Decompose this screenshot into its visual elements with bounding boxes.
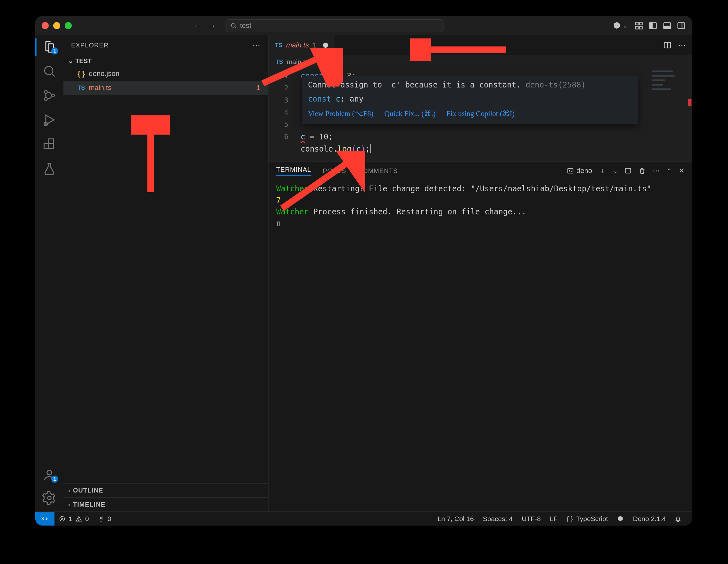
radio-tower-icon bbox=[98, 516, 104, 522]
panel-close-icon[interactable]: ✕ bbox=[679, 167, 684, 175]
svg-rect-3 bbox=[640, 22, 642, 25]
minimap[interactable] bbox=[652, 71, 690, 147]
language-mode[interactable]: { } TypeScript bbox=[562, 515, 612, 523]
sidebar-header: EXPLORER ⋯ bbox=[63, 35, 268, 55]
accounts-badge: 1 bbox=[51, 476, 58, 483]
tab-error-count: 1 bbox=[313, 41, 317, 49]
terminal-dropdown-icon[interactable]: ⌄ bbox=[613, 168, 617, 174]
terminal-icon bbox=[567, 167, 574, 174]
svg-rect-9 bbox=[664, 26, 671, 29]
split-terminal-icon[interactable] bbox=[625, 167, 632, 174]
activity-run-debug-icon[interactable] bbox=[42, 113, 56, 127]
activity-source-control-icon[interactable] bbox=[42, 88, 56, 103]
copilot-status[interactable] bbox=[612, 515, 628, 522]
breadcrumb-file: main.ts bbox=[287, 58, 309, 66]
sidebar-title: EXPLORER bbox=[71, 42, 109, 49]
window-close-button[interactable] bbox=[42, 22, 49, 29]
line-number: 4 bbox=[269, 106, 294, 119]
activity-search-icon[interactable] bbox=[42, 64, 56, 78]
terminal-output[interactable]: Watcher Restarting! File change detected… bbox=[269, 180, 692, 511]
svg-point-15 bbox=[44, 97, 47, 100]
ts-file-icon: TS bbox=[78, 85, 85, 91]
remote-button[interactable] bbox=[35, 512, 54, 526]
toggle-panel-icon[interactable] bbox=[663, 21, 672, 30]
fix-copilot-link[interactable]: Fix using Copilot (⌘I) bbox=[446, 108, 515, 120]
panel-more-icon[interactable]: ⋯ bbox=[653, 167, 660, 175]
nav-forward-icon[interactable]: → bbox=[208, 21, 216, 31]
ports-button[interactable]: 0 bbox=[93, 515, 116, 523]
split-editor-icon[interactable] bbox=[663, 41, 672, 49]
activity-extensions-icon[interactable] bbox=[42, 137, 56, 151]
hover-tooltip: Cannot assign to 'c' because it is a con… bbox=[302, 76, 638, 124]
timeline-section[interactable]: › TIMELINE bbox=[63, 497, 268, 511]
notifications-button[interactable] bbox=[670, 516, 686, 522]
chevron-right-icon: › bbox=[312, 58, 315, 66]
copilot-menu[interactable]: ⌄ bbox=[612, 21, 627, 30]
view-problem-link[interactable]: View Problem (⌥F8) bbox=[308, 108, 374, 120]
file-row-main-ts[interactable]: TS main.ts 1 bbox=[63, 81, 268, 95]
explorer-sidebar: EXPLORER ⋯ ⌄ TEST { } deno.json TS main.… bbox=[63, 35, 269, 511]
bell-icon bbox=[675, 516, 681, 522]
line-number: 6 bbox=[269, 131, 294, 143]
minimap-error-marker bbox=[688, 99, 691, 106]
problems-button[interactable]: 1 0 bbox=[54, 515, 93, 523]
search-icon bbox=[230, 22, 237, 29]
svg-point-22 bbox=[48, 496, 51, 500]
vscode-window: ← → test ⌄ 1 bbox=[35, 16, 692, 526]
new-terminal-icon[interactable]: ＋ bbox=[599, 166, 606, 176]
svg-point-16 bbox=[51, 94, 54, 97]
chevron-right-icon: › bbox=[68, 501, 70, 508]
eol[interactable]: LF bbox=[545, 515, 562, 523]
window-maximize-button[interactable] bbox=[65, 22, 72, 29]
kill-terminal-icon[interactable] bbox=[639, 167, 646, 174]
deno-version[interactable]: Deno 2.1.4 bbox=[628, 515, 670, 523]
file-name: deno.json bbox=[89, 70, 119, 78]
hover-message: Cannot assign to 'c' because it is a con… bbox=[308, 80, 521, 89]
nav-back-icon[interactable]: ← bbox=[194, 21, 202, 31]
panel-maximize-icon[interactable]: ⌃ bbox=[667, 167, 672, 174]
dirty-indicator-icon bbox=[323, 43, 328, 48]
activity-bar: 1 1 bbox=[35, 35, 63, 511]
tab-main-ts[interactable]: TS main.ts 1 bbox=[269, 35, 335, 55]
svg-rect-25 bbox=[568, 169, 573, 173]
project-section[interactable]: ⌄ TEST bbox=[63, 55, 268, 67]
line-number: 2 bbox=[269, 82, 294, 94]
status-bar: 1 0 0 Ln 7, Col 16 Spaces: 4 UTF-8 LF { … bbox=[35, 511, 692, 526]
activity-settings-icon[interactable] bbox=[42, 491, 56, 505]
chevron-down-icon: ⌄ bbox=[68, 57, 73, 65]
window-minimize-button[interactable] bbox=[53, 22, 60, 29]
panel-tab-comments[interactable]: COMMENTS bbox=[358, 167, 398, 175]
timeline-label: TIMELINE bbox=[73, 501, 105, 508]
svg-rect-2 bbox=[636, 22, 638, 25]
layout-grid-icon[interactable] bbox=[634, 21, 643, 30]
command-center-search[interactable]: test bbox=[226, 19, 443, 32]
file-row-deno-json[interactable]: { } deno.json bbox=[63, 67, 268, 81]
activity-accounts-icon[interactable]: 1 bbox=[42, 468, 56, 482]
indentation[interactable]: Spaces: 4 bbox=[478, 515, 517, 523]
svg-point-12 bbox=[45, 66, 53, 75]
activity-explorer-icon[interactable]: 1 bbox=[42, 40, 56, 54]
line-number: 5 bbox=[269, 119, 294, 131]
svg-line-13 bbox=[52, 74, 54, 76]
terminal-name[interactable]: deno bbox=[567, 167, 592, 175]
panel-tab-ports[interactable]: PORTS bbox=[323, 167, 346, 175]
quick-fix-link[interactable]: Quick Fix... (⌘.) bbox=[385, 108, 436, 120]
breadcrumb[interactable]: TS main.ts › ... bbox=[269, 55, 692, 69]
editor-more-icon[interactable]: ⋯ bbox=[678, 41, 686, 50]
cursor-position[interactable]: Ln 7, Col 16 bbox=[433, 515, 478, 523]
toggle-sidebar-icon[interactable] bbox=[649, 21, 658, 30]
sidebar-more-icon[interactable]: ⋯ bbox=[252, 41, 261, 50]
svg-rect-7 bbox=[650, 23, 652, 29]
outline-label: OUTLINE bbox=[73, 487, 103, 494]
editor-area: TS main.ts 1 ⋯ TS main.ts › ... 1 bbox=[269, 35, 692, 511]
traffic-lights bbox=[42, 22, 72, 29]
svg-rect-4 bbox=[636, 26, 638, 29]
outline-section[interactable]: › OUTLINE bbox=[63, 483, 268, 497]
activity-testing-icon[interactable] bbox=[42, 162, 56, 176]
panel-tab-terminal[interactable]: TERMINAL bbox=[276, 166, 311, 176]
encoding[interactable]: UTF-8 bbox=[517, 515, 545, 523]
editor-tabs: TS main.ts 1 ⋯ bbox=[269, 35, 692, 55]
chevron-right-icon: › bbox=[68, 487, 70, 494]
code-editor[interactable]: 1 2 3 4 5 6 const a = 3; c = 10; console… bbox=[269, 69, 692, 162]
toggle-secondary-sidebar-icon[interactable] bbox=[677, 21, 686, 30]
